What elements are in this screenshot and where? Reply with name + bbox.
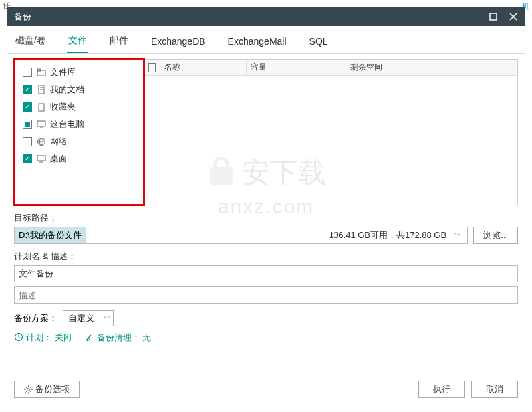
- col-free[interactable]: 剩余空间: [346, 60, 517, 75]
- svg-line-28: [30, 387, 31, 387]
- tab-disk[interactable]: 磁盘/卷: [14, 28, 47, 53]
- tab-sql[interactable]: SQL: [308, 29, 329, 53]
- source-tabs: 磁盘/卷 文件 邮件 ExchangeDB ExchangeMail SQL: [7, 26, 525, 54]
- tree-label: 这台电脑: [50, 118, 84, 130]
- tree-label: 网络: [50, 136, 67, 148]
- source-list: 名称 容量 剩余空间: [144, 60, 517, 205]
- tree-item-desktop[interactable]: 桌面: [17, 150, 141, 167]
- tab-exchangedb[interactable]: ExchangeDB: [150, 29, 207, 53]
- window-title: 备份: [14, 11, 31, 23]
- checkbox[interactable]: [23, 102, 32, 112]
- schedule-link[interactable]: 计划： 关闭: [26, 332, 72, 344]
- cancel-button[interactable]: 取消: [471, 381, 518, 398]
- tree-item-favorites[interactable]: 收藏夹: [17, 98, 141, 116]
- tree-item-library[interactable]: 文件库: [17, 64, 141, 81]
- select-all-checkbox[interactable]: [148, 63, 156, 72]
- maximize-icon: [489, 13, 497, 21]
- globe-icon: [36, 136, 47, 147]
- svg-rect-9: [37, 121, 45, 126]
- tree-item-thispc[interactable]: 这台电脑: [17, 116, 141, 133]
- titlebar: 备份: [7, 7, 525, 26]
- svg-rect-8: [39, 104, 44, 111]
- tree-label: 我的文档: [50, 84, 84, 96]
- svg-rect-0: [490, 13, 497, 20]
- gear-icon: [24, 385, 33, 394]
- checkbox[interactable]: [23, 137, 32, 146]
- scheme-value: 自定义: [63, 312, 100, 324]
- description-input[interactable]: [14, 286, 518, 304]
- cleanup-link[interactable]: 备份清理： 无: [97, 332, 152, 344]
- col-name[interactable]: 名称: [160, 60, 247, 75]
- plan-name-input[interactable]: [14, 265, 518, 282]
- svg-rect-14: [37, 155, 45, 161]
- close-button[interactable]: [509, 12, 518, 21]
- path-freespace: 136.41 GB可用，共172.88 GB: [329, 229, 446, 241]
- tree-item-network[interactable]: 网络: [17, 133, 141, 150]
- path-value: D:\我的备份文件: [15, 227, 86, 243]
- dialog-footer: 备份选项 执行 取消: [7, 377, 525, 405]
- backup-dialog: 备份 磁盘/卷 文件 邮件 ExchangeDB ExchangeMail SQ…: [7, 7, 525, 405]
- svg-line-25: [25, 387, 26, 387]
- broom-icon: [85, 332, 94, 344]
- chevron-down-icon[interactable]: ﹀: [452, 231, 464, 240]
- tab-file[interactable]: 文件: [67, 28, 88, 53]
- execute-button[interactable]: 执行: [418, 381, 465, 398]
- folder-icon: [36, 67, 47, 78]
- tab-exchangemail[interactable]: ExchangeMail: [227, 29, 288, 53]
- tree-label: 收藏夹: [50, 101, 76, 113]
- list-header: 名称 容量 剩余空间: [144, 60, 517, 76]
- close-icon: [509, 13, 517, 21]
- scheme-select[interactable]: 自定义 ﹀: [63, 310, 114, 326]
- clock-icon: [14, 332, 23, 344]
- checkbox[interactable]: [23, 68, 32, 77]
- svg-line-18: [19, 337, 21, 338]
- monitor-icon: [36, 119, 47, 130]
- target-path-input[interactable]: D:\我的备份文件 136.41 GB可用，共172.88 GB ﹀: [14, 227, 468, 244]
- document-icon: [36, 84, 47, 95]
- tree-item-documents[interactable]: 我的文档: [17, 81, 141, 98]
- maximize-button[interactable]: [489, 12, 498, 21]
- checkbox[interactable]: [23, 154, 32, 163]
- source-tree: 文件库 我的文档 收藏夹 这台电脑: [15, 60, 144, 205]
- svg-point-20: [27, 388, 30, 391]
- col-capacity[interactable]: 容量: [247, 60, 346, 75]
- tab-mail[interactable]: 邮件: [108, 28, 130, 53]
- desktop-icon: [36, 154, 47, 164]
- plan-desc-label: 计划名 & 描述：: [14, 251, 518, 262]
- target-path-label: 目标路径：: [14, 212, 518, 224]
- browse-button[interactable]: 浏览...: [473, 227, 518, 244]
- svg-line-26: [30, 391, 31, 392]
- source-split-pane: 文件库 我的文档 收藏夹 这台电脑: [14, 59, 518, 205]
- svg-line-27: [25, 391, 26, 392]
- chevron-down-icon[interactable]: ﹀: [100, 314, 113, 323]
- checkbox[interactable]: [23, 120, 32, 129]
- tree-label: 文件库: [50, 66, 76, 78]
- star-icon: [36, 102, 47, 112]
- checkbox[interactable]: [23, 85, 32, 94]
- scheme-label: 备份方案：: [14, 312, 57, 324]
- tree-label: 桌面: [50, 153, 67, 165]
- backup-options-button[interactable]: 备份选项: [14, 381, 80, 398]
